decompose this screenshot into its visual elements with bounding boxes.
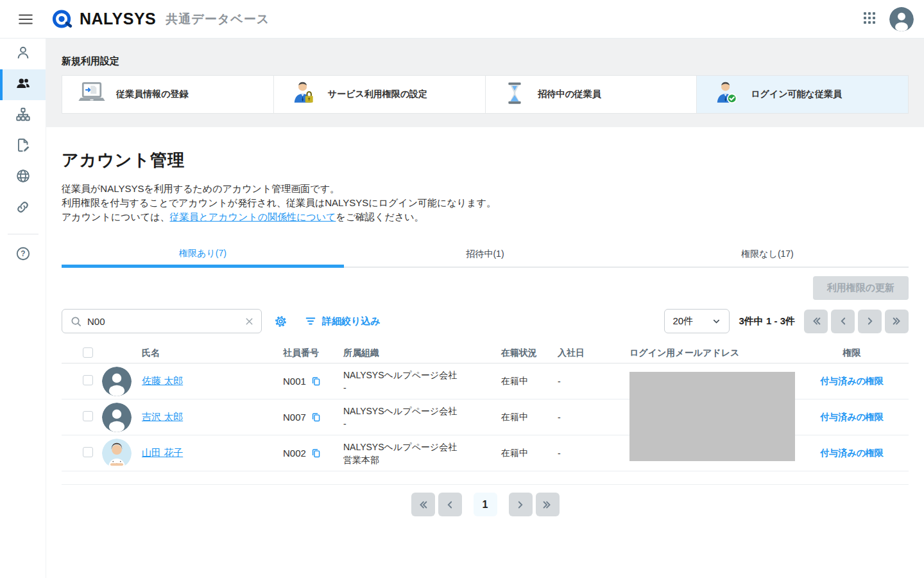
user-avatar-icon[interactable] xyxy=(889,7,914,31)
sidebar-item-help[interactable]: ? xyxy=(0,240,46,270)
employee-avatar xyxy=(102,367,132,396)
copy-icon[interactable] xyxy=(311,376,321,387)
prev-page-icon[interactable] xyxy=(438,493,462,516)
granted-permission-link[interactable]: 付与済みの権限 xyxy=(820,376,884,386)
quick-setup-section: 新規利用設定 従業員情報の登録 xyxy=(46,39,924,127)
first-page-icon[interactable] xyxy=(804,310,828,333)
person-icon xyxy=(15,44,31,64)
sidebar-item-link[interactable] xyxy=(0,193,46,223)
hamburger-icon[interactable] xyxy=(17,10,35,28)
last-page-icon[interactable] xyxy=(885,310,909,333)
col-name: 氏名 xyxy=(142,347,283,359)
result-range: 3件中 1 - 3件 xyxy=(739,315,795,328)
col-employee-no: 社員番号 xyxy=(283,347,343,359)
hire-date: - xyxy=(558,448,629,459)
sidebar-item-global[interactable] xyxy=(0,162,46,193)
search-box xyxy=(62,309,262,333)
next-page-icon[interactable] xyxy=(509,493,533,516)
card-invited-employees[interactable]: 招待中の従業員 xyxy=(486,75,697,114)
sidebar-divider xyxy=(8,234,38,234)
hire-date: - xyxy=(558,412,629,423)
sidebar-item-members[interactable] xyxy=(0,69,46,100)
document-edit-icon xyxy=(15,137,31,156)
svg-text:?: ? xyxy=(21,249,25,258)
search-input[interactable] xyxy=(87,316,239,327)
filter-icon xyxy=(305,315,316,327)
app-header: NALYSYS 共通データベース xyxy=(0,0,924,39)
col-status: 在籍状況 xyxy=(501,347,558,359)
gear-icon[interactable] xyxy=(273,314,288,329)
link-icon xyxy=(15,199,31,218)
hire-date: - xyxy=(558,376,629,387)
quick-setup-title: 新規利用設定 xyxy=(62,55,909,67)
card-login-enabled-employees[interactable]: ログイン可能な従業員 xyxy=(697,75,909,114)
employee-photo-avatar xyxy=(102,439,132,468)
status-text: 在籍中 xyxy=(501,376,558,387)
help-icon: ? xyxy=(15,245,31,265)
table-header-row: 氏名 社員番号 所属組織 在籍状況 入社日 ログイン用メールアドレス 権限 xyxy=(62,344,909,363)
org-chart-icon xyxy=(15,106,31,125)
bottom-pagination: 1 xyxy=(62,493,909,516)
employee-no: N001 xyxy=(283,376,306,387)
globe-icon xyxy=(15,168,31,187)
col-organization: 所属組織 xyxy=(343,347,501,359)
nalysys-logo-icon xyxy=(50,7,74,31)
update-permission-button[interactable]: 利用権限の更新 xyxy=(813,276,909,300)
employee-no: N002 xyxy=(283,448,306,459)
search-icon xyxy=(70,315,82,328)
card-label: 招待中の従業員 xyxy=(538,89,601,100)
page-size-select[interactable]: 20件 xyxy=(664,309,730,333)
tab-no-permission[interactable]: 権限なし(17) xyxy=(626,242,909,268)
tab-invited[interactable]: 招待中(1) xyxy=(344,242,626,268)
hourglass-icon xyxy=(501,80,528,109)
advanced-filter-button[interactable]: 詳細絞り込み xyxy=(305,315,381,328)
sidebar-item-organization[interactable] xyxy=(0,100,46,131)
people-icon xyxy=(15,75,31,94)
last-page-icon[interactable] xyxy=(536,493,560,516)
employee-name-link[interactable]: 山田 花子 xyxy=(142,447,183,458)
apps-grid-icon[interactable] xyxy=(862,11,877,27)
org-company: NALYSYSヘルプページ会社 xyxy=(343,405,501,417)
next-page-icon[interactable] xyxy=(858,310,882,333)
org-company: NALYSYSヘルプページ会社 xyxy=(343,441,501,453)
account-relation-link[interactable]: 従業員とアカウントの関係性について xyxy=(170,211,336,222)
current-page-button[interactable]: 1 xyxy=(474,493,497,516)
card-label: ログイン可能な従業員 xyxy=(751,89,842,100)
row-checkbox[interactable] xyxy=(83,375,93,385)
sidebar: ? xyxy=(0,39,46,578)
row-checkbox[interactable] xyxy=(83,447,93,457)
brand-name: NALYSYS xyxy=(80,10,156,28)
page-title: アカウント管理 xyxy=(62,149,909,171)
col-permission: 権限 xyxy=(795,347,909,359)
first-page-icon[interactable] xyxy=(411,493,435,516)
prev-page-icon[interactable] xyxy=(831,310,855,333)
laptop-upload-icon xyxy=(78,79,106,110)
employee-no: N007 xyxy=(283,412,306,423)
org-dept: - xyxy=(343,417,501,430)
person-lock-icon xyxy=(289,79,318,110)
brand-product: 共通データベース xyxy=(166,11,270,28)
copy-icon[interactable] xyxy=(311,412,321,423)
card-service-permission[interactable]: サービス利用権限の設定 xyxy=(274,75,486,114)
chevron-down-icon xyxy=(712,317,721,326)
page-description: 従業員がNALYSYSを利用するためのアカウント管理画面です。 利用権限を付与す… xyxy=(62,182,909,224)
employee-name-link[interactable]: 佐藤 太郎 xyxy=(142,375,183,386)
granted-permission-link[interactable]: 付与済みの権限 xyxy=(820,448,884,458)
card-label: サービス利用権限の設定 xyxy=(328,89,427,100)
org-company: NALYSYSヘルプページ会社 xyxy=(343,369,501,381)
clear-icon[interactable] xyxy=(244,316,255,327)
employee-name-link[interactable]: 吉沢 太郎 xyxy=(142,411,183,422)
status-text: 在籍中 xyxy=(501,412,558,423)
status-text: 在籍中 xyxy=(501,448,558,459)
select-all-checkbox[interactable] xyxy=(83,347,93,358)
brand-logo[interactable]: NALYSYS 共通データベース xyxy=(50,7,270,31)
copy-icon[interactable] xyxy=(311,448,321,459)
granted-permission-link[interactable]: 付与済みの権限 xyxy=(820,412,884,422)
card-employee-registration[interactable]: 従業員情報の登録 xyxy=(62,75,274,114)
row-checkbox[interactable] xyxy=(83,411,93,421)
sidebar-item-document[interactable] xyxy=(0,131,46,162)
permission-tabs: 権限あり(7) 招待中(1) 権限なし(17) xyxy=(62,242,909,268)
sidebar-item-profile[interactable] xyxy=(0,39,46,69)
redacted-email-block xyxy=(629,372,795,461)
tab-with-permission[interactable]: 権限あり(7) xyxy=(62,242,344,268)
